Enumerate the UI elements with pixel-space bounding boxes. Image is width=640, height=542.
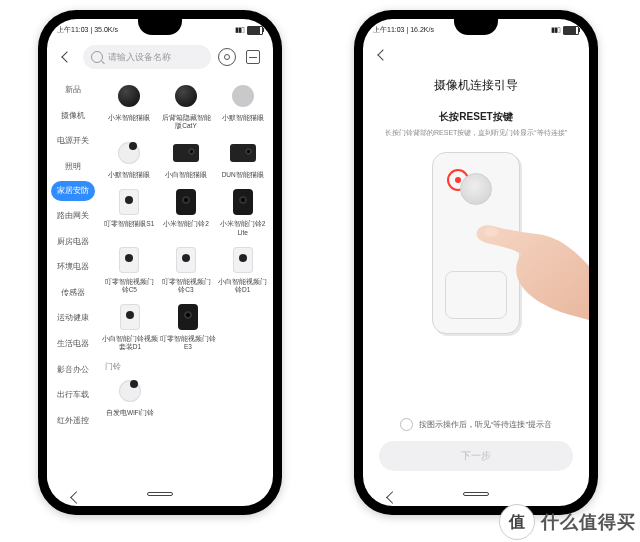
nav-home[interactable] bbox=[463, 492, 489, 496]
nav-back[interactable] bbox=[388, 493, 412, 495]
confirm-row[interactable]: 按图示操作后，听见“等待连接”提示音 bbox=[363, 412, 589, 441]
device-label: 叮零智能猫眼S1 bbox=[102, 220, 157, 228]
nav-recent[interactable] bbox=[540, 493, 564, 495]
sidebar-item[interactable]: 传感器 bbox=[47, 280, 99, 306]
device-item[interactable]: 小白智能门铃视频套装D1 bbox=[101, 300, 159, 357]
category-sidebar: 新品摄像机电源开关照明家居安防路由网关厨房电器环境电器传感器运动健康生活电器影音… bbox=[47, 77, 99, 481]
watermark-badge: 值 bbox=[499, 504, 535, 540]
device-icon bbox=[119, 189, 139, 215]
notch bbox=[454, 19, 498, 35]
signal-icon bbox=[235, 26, 244, 34]
sidebar-item[interactable]: 摄像机 bbox=[47, 103, 99, 129]
sidebar-item[interactable]: 新品 bbox=[47, 77, 99, 103]
device-item[interactable]: 叮零智能视频门铃C5 bbox=[101, 243, 158, 300]
sidebar-item[interactable]: 环境电器 bbox=[47, 254, 99, 280]
hand-illustration bbox=[471, 196, 589, 336]
device-label: 自发电WiFi门铃 bbox=[102, 409, 158, 417]
device-icon bbox=[232, 85, 254, 107]
device-label: 小米智能门铃2 Lite bbox=[215, 220, 270, 236]
nearby-button[interactable] bbox=[217, 47, 237, 67]
device-label: 小米智能门铃2 bbox=[159, 220, 214, 228]
watermark: 值 什么值得买 bbox=[499, 504, 636, 540]
header bbox=[363, 39, 589, 73]
page-title: 摄像机连接引导 bbox=[363, 73, 589, 104]
screen-right: 上午11:03 | 16.2K/s 摄像机连接引导 长按RESET按键 长按门铃… bbox=[363, 19, 589, 506]
confirm-checkbox[interactable] bbox=[400, 418, 413, 431]
search-icon bbox=[91, 51, 103, 63]
device-label: 小白智能猫眼 bbox=[159, 171, 214, 179]
device-item[interactable]: 小白智能猫眼 bbox=[158, 136, 215, 185]
sidebar-item[interactable]: 影音办公 bbox=[47, 357, 99, 383]
device-item[interactable]: 小米智能门铃2 Lite bbox=[214, 185, 271, 242]
sidebar-item[interactable]: 厨房电器 bbox=[47, 229, 99, 255]
nav-back[interactable] bbox=[72, 493, 96, 495]
device-icon bbox=[175, 85, 197, 107]
sidebar-item[interactable]: 照明 bbox=[47, 154, 99, 180]
scan-icon bbox=[246, 50, 260, 64]
nav-recent[interactable] bbox=[224, 493, 248, 495]
device-icon bbox=[178, 304, 198, 330]
header: 请输入设备名称 bbox=[47, 39, 273, 77]
screen-left: 上午11:03 | 35.0K/s 请输入设备名称 新品摄像机电源开关照明家居安… bbox=[47, 19, 273, 506]
search-input[interactable]: 请输入设备名称 bbox=[83, 45, 211, 69]
sidebar-item[interactable]: 路由网关 bbox=[47, 203, 99, 229]
device-item[interactable]: 自发电WiFi门铃 bbox=[101, 374, 159, 423]
phone-frame-left: 上午11:03 | 35.0K/s 请输入设备名称 新品摄像机电源开关照明家居安… bbox=[38, 10, 282, 515]
device-icon bbox=[176, 189, 196, 215]
device-icon bbox=[230, 144, 256, 162]
device-item[interactable]: 小米智能猫眼 bbox=[101, 79, 158, 136]
device-label: 小默智能猫眼 bbox=[102, 171, 157, 179]
device-item[interactable]: 叮零智能视频门铃E3 bbox=[159, 300, 217, 357]
confirm-label: 按图示操作后，听见“等待连接”提示音 bbox=[419, 419, 552, 430]
device-item[interactable]: 后背箱隐藏智能版CatY bbox=[158, 79, 215, 136]
section-header: 门铃 bbox=[101, 357, 271, 374]
device-label: DUN智能猫眼 bbox=[215, 171, 270, 179]
scan-button[interactable] bbox=[243, 47, 263, 67]
sidebar-item[interactable]: 家居安防 bbox=[51, 181, 95, 201]
device-item[interactable]: 叮零智能猫眼S1 bbox=[101, 185, 158, 242]
device-icon bbox=[119, 380, 141, 402]
phone-frame-right: 上午11:03 | 16.2K/s 摄像机连接引导 长按RESET按键 长按门铃… bbox=[354, 10, 598, 515]
android-navbar bbox=[363, 481, 589, 506]
device-icon bbox=[118, 85, 140, 107]
device-icon bbox=[233, 189, 253, 215]
device-item[interactable]: DUN智能猫眼 bbox=[214, 136, 271, 185]
step-subtitle: 长按RESET按键 bbox=[363, 104, 589, 128]
device-icon bbox=[118, 142, 140, 164]
search-placeholder: 请输入设备名称 bbox=[108, 51, 171, 64]
notch bbox=[138, 19, 182, 35]
device-label: 小米智能猫眼 bbox=[102, 114, 157, 122]
svg-point-0 bbox=[484, 227, 498, 237]
target-icon bbox=[218, 48, 236, 66]
back-button[interactable] bbox=[373, 45, 393, 65]
device-label: 小白智能门铃视频套装D1 bbox=[102, 335, 158, 351]
device-item[interactable]: 小默智能猫眼 bbox=[101, 136, 158, 185]
device-label: 叮零智能视频门铃E3 bbox=[160, 335, 216, 351]
back-button[interactable] bbox=[57, 47, 77, 67]
device-grid: 小米智能猫眼后背箱隐藏智能版CatY小默智能猫眼小默智能猫眼小白智能猫眼DUN智… bbox=[99, 77, 273, 481]
device-item[interactable]: 小米智能门铃2 bbox=[158, 185, 215, 242]
battery-icon bbox=[563, 26, 579, 35]
device-item[interactable]: 叮零智能视频门铃C3 bbox=[158, 243, 215, 300]
nav-home[interactable] bbox=[147, 492, 173, 496]
sidebar-item[interactable]: 出行车载 bbox=[47, 382, 99, 408]
device-label: 叮零智能视频门铃C3 bbox=[159, 278, 214, 294]
device-item[interactable]: 小白智能视频门铃D1 bbox=[214, 243, 271, 300]
sidebar-item[interactable]: 电源开关 bbox=[47, 128, 99, 154]
device-icon bbox=[176, 247, 196, 273]
device-label: 后背箱隐藏智能版CatY bbox=[159, 114, 214, 130]
sidebar-item[interactable]: 红外遥控 bbox=[47, 408, 99, 434]
android-navbar bbox=[47, 481, 273, 506]
device-label: 小默智能猫眼 bbox=[215, 114, 270, 122]
device-icon bbox=[173, 144, 199, 162]
next-label: 下一步 bbox=[461, 449, 491, 463]
device-icon bbox=[233, 247, 253, 273]
status-time: 上午11:03 | 35.0K/s bbox=[57, 25, 118, 35]
device-item[interactable]: 小默智能猫眼 bbox=[214, 79, 271, 136]
next-button[interactable]: 下一步 bbox=[379, 441, 573, 471]
device-label: 叮零智能视频门铃C5 bbox=[102, 278, 157, 294]
watermark-text: 什么值得买 bbox=[541, 510, 636, 534]
sidebar-item[interactable]: 运动健康 bbox=[47, 305, 99, 331]
sidebar-item[interactable]: 生活电器 bbox=[47, 331, 99, 357]
status-time: 上午11:03 | 16.2K/s bbox=[373, 25, 434, 35]
